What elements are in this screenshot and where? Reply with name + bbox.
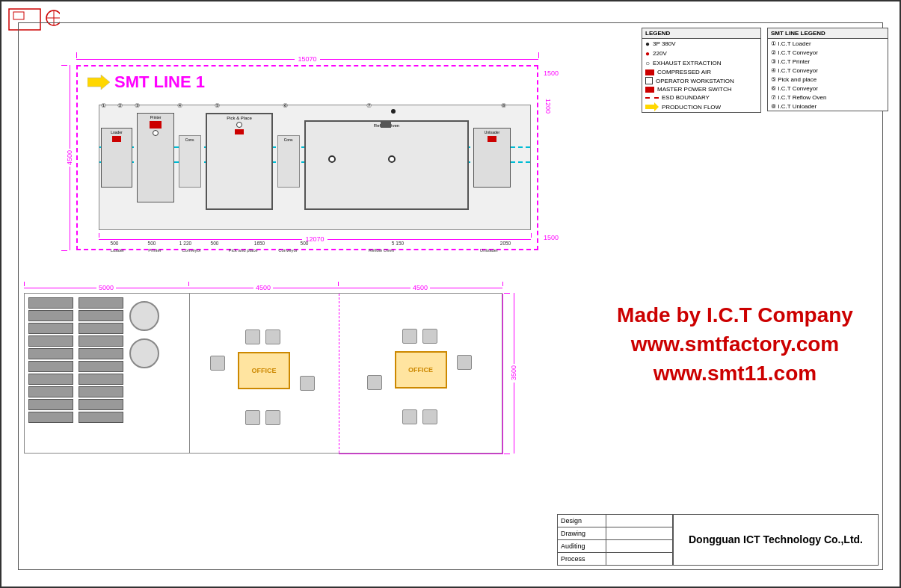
dim-1500-right-bottom: 1500: [544, 229, 581, 243]
auditing-label: Auditing: [558, 540, 606, 552]
conveyor2-machine: Conv.: [277, 135, 300, 188]
design-value: [606, 515, 673, 527]
title-block-content: Design Drawing Auditing Process Do: [558, 515, 878, 565]
num-label-7: ⑦: [366, 102, 372, 109]
chair-left-2: [367, 375, 382, 390]
dim-15070: 15070: [76, 55, 538, 63]
dim-4500-left: 4500: [64, 65, 75, 250]
smt-item-2: ② I.C.T Conveyor: [768, 48, 888, 57]
circle-obj-2: [129, 338, 159, 368]
loader-machine: Loader: [101, 128, 132, 188]
rack-left: [28, 297, 73, 447]
title-block: Design Drawing Auditing Process Do: [557, 514, 879, 566]
unloader-machine: Unloader: [473, 128, 511, 188]
num-label-5: ⑤: [215, 102, 220, 109]
chair-left-1: [210, 356, 225, 371]
dim-3500: 3500: [508, 293, 519, 454]
office-section-2: OFFICE: [339, 294, 503, 454]
legend-item-flow: PRODUCTION FLOW: [642, 102, 760, 112]
smt-item-7: ⑦ I.C.T Reflow Oven: [768, 93, 888, 102]
left-section: [25, 294, 189, 454]
chair-bottom-4: [422, 409, 437, 424]
company-name-cell: Dongguan ICT Technology Co.,Ltd.: [674, 515, 878, 565]
smt-item-8: ⑧ I.C.T Unloader: [768, 102, 888, 111]
machine-area: Loader Printer Conv. Pick & Place Conv.: [99, 105, 531, 230]
drawing-value: [606, 527, 673, 539]
machine-name-labels: Loader Printer Conveyor Pick and place C…: [99, 248, 531, 253]
chair-top-3: [402, 329, 417, 344]
power-indicator: [391, 109, 396, 114]
legend-item-esd: ESD BOUNDARY: [642, 93, 760, 102]
conveyor1-machine: Conv.: [179, 135, 201, 188]
smt-line-title: SMT LINE 1: [87, 72, 205, 92]
legend-title: LEGEND: [642, 28, 760, 39]
legend-box: LEGEND ● 3P 380V ● 220V ○ EXHAUST EXTRAC…: [642, 28, 761, 113]
smt-item-6: ⑥ I.C.T Conveyor: [768, 84, 888, 93]
company-line3: www.smt11.com: [593, 359, 877, 388]
process-row: Process: [558, 553, 673, 565]
auditing-row: Auditing: [558, 540, 673, 553]
smt-line-label: SMT LINE 1: [114, 72, 205, 92]
pick-place-machine: Pick & Place: [206, 113, 273, 210]
smt-legend-box: SMT LINE LEGEND ① I.C.T Loader ② I.C.T C…: [767, 28, 888, 111]
main-page: SMT LINE 1 15070 4500 1500 1500 1200 Loa…: [0, 0, 901, 588]
chair-right-2: [457, 355, 472, 370]
company-line2: www.smtfactory.com: [593, 329, 877, 359]
chair-right-1: [300, 376, 315, 391]
chair-bottom-3: [402, 409, 417, 424]
office-section-1: OFFICE: [189, 294, 339, 454]
smt-item-4: ④ I.C.T Conveyor: [768, 66, 888, 75]
office-1-label: OFFICE: [219, 329, 309, 419]
num-label-4: ④: [177, 102, 182, 109]
auditing-value: [606, 540, 673, 552]
dim-4500-middle: 4500: [188, 284, 338, 291]
design-row: Design: [558, 515, 673, 527]
dim-4500-right: 4500: [338, 284, 502, 291]
dim-5000: 5000: [24, 284, 188, 291]
office-1-desk: OFFICE: [219, 329, 309, 419]
office-2-label: OFFICE: [376, 329, 466, 418]
machine-dim-labels: 500 500 1 220 500 1650 500 5 150 2050: [99, 241, 531, 246]
legend-item-workstation: OPERATOR WORKSTATION: [642, 76, 760, 85]
floor-plan-outer: OFFICE OFFICE: [24, 293, 502, 454]
flow-arrow-icon: [645, 102, 659, 111]
legend-item-compressed: COMPRESSED AIR: [642, 68, 760, 76]
svg-marker-6: [645, 102, 659, 111]
drawing-row: Drawing: [558, 527, 673, 540]
rack-right: [79, 297, 123, 447]
design-label: Design: [558, 515, 606, 527]
process-value: [606, 553, 673, 565]
company-line1: Made by I.C.T Company: [593, 300, 877, 329]
dim-1500-right-top: 1500: [544, 65, 581, 78]
num-label-1: ①: [101, 102, 106, 109]
legend-item-380v: ● 3P 380V: [642, 39, 760, 49]
reflow-oven-machine: Reflow Oven: [304, 120, 469, 210]
drawing-label: Drawing: [558, 527, 606, 539]
num-label-8: ⑧: [501, 102, 506, 109]
title-block-left: Design Drawing Auditing Process: [558, 515, 674, 565]
num-label-3: ③: [135, 102, 140, 109]
legend-item-power-switch: MASTER POWER SWITCH: [642, 85, 760, 93]
chair-top-1: [245, 329, 260, 344]
svg-rect-4: [13, 12, 24, 19]
printer-machine: Printer: [137, 113, 174, 202]
chair-bottom-2: [265, 410, 280, 425]
svg-marker-5: [87, 75, 110, 90]
num-label-6: ⑥: [283, 102, 288, 109]
smt-item-1: ① I.C.T Loader: [768, 39, 888, 48]
company-name: Dongguan ICT Technology Co.,Ltd.: [689, 532, 863, 548]
legend-item-exhaust: ○ EXHAUST EXTRACTION: [642, 58, 760, 68]
table-1: OFFICE: [238, 352, 290, 389]
dim-1200: 1200: [544, 99, 552, 114]
smt-legend-title: SMT LINE LEGEND: [768, 28, 888, 39]
smt-item-5: ⑤ Pick and place: [768, 75, 888, 84]
production-flow-arrow: [87, 75, 110, 90]
chair-top-4: [422, 329, 437, 344]
table-2: OFFICE: [395, 351, 447, 389]
company-text-block: Made by I.C.T Company www.smtfactory.com…: [593, 300, 877, 389]
office-2-desk: OFFICE: [376, 329, 466, 418]
smt-item-3: ③ I.C.T Printer: [768, 57, 888, 66]
legend-item-220v: ● 220V: [642, 49, 760, 58]
circle-obj-1: [129, 301, 159, 331]
num-label-2: ②: [117, 102, 123, 109]
